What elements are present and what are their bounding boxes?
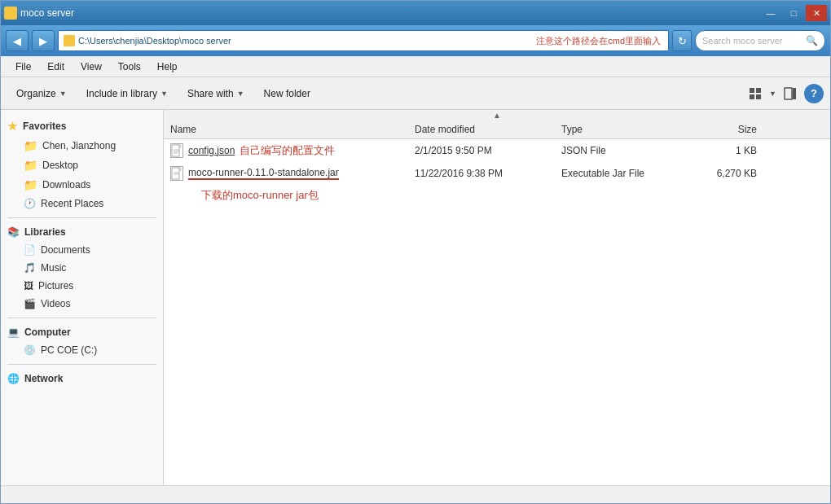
sidebar-item-downloads[interactable]: 📁 Downloads — [1, 175, 163, 195]
menu-file[interactable]: File — [7, 59, 39, 75]
sidebar-documents-label: Documents — [41, 244, 90, 256]
title-bar: moco server — □ ✕ — [1, 1, 830, 25]
menu-edit[interactable]: Edit — [39, 59, 73, 75]
sidebar-computer-header[interactable]: 💻 Computer — [1, 323, 163, 341]
address-annotation: 注意这个路径会在cmd里面输入 — [534, 34, 663, 48]
menu-help[interactable]: Help — [149, 59, 186, 75]
downloads-folder-icon: 📁 — [24, 178, 37, 191]
column-headers: Name Date modified Type Size — [164, 120, 830, 139]
sidebar-item-chen[interactable]: 📁 Chen, Jianzhong — [1, 136, 163, 156]
sidebar-item-videos[interactable]: 🎬 Videos — [1, 295, 163, 313]
main-area: ★ Favorites 📁 Chen, Jianzhong 📁 Desktop … — [1, 110, 830, 485]
file-size-cell: 6,270 KB — [692, 168, 757, 179]
file-size-cell: 1 KB — [692, 145, 757, 156]
sidebar-pictures-label: Pictures — [38, 280, 73, 291]
search-box[interactable]: Search moco server 🔍 — [695, 30, 825, 51]
organize-button[interactable]: Organize ▼ — [7, 81, 76, 106]
file-date-cell: 2/1/2015 9:50 PM — [415, 145, 561, 156]
computer-icon: 💻 — [7, 327, 20, 338]
share-label: Share with — [187, 88, 234, 99]
title-controls: — □ ✕ — [760, 5, 827, 21]
file-area: ▲ Name Date modified Type Size — [164, 110, 830, 485]
sidebar-divider-2 — [7, 318, 156, 318]
svg-rect-2 — [750, 94, 754, 99]
chen-folder-icon: 📁 — [24, 139, 37, 152]
include-label: Include in library — [86, 88, 157, 99]
svg-rect-3 — [756, 94, 761, 99]
sidebar-recent-label: Recent Places — [41, 198, 103, 209]
sidebar: ★ Favorites 📁 Chen, Jianzhong 📁 Desktop … — [1, 110, 164, 485]
menu-view[interactable]: View — [73, 59, 110, 75]
window-title: moco server — [20, 7, 74, 19]
column-name[interactable]: Name — [170, 124, 415, 135]
include-library-button[interactable]: Include in library ▼ — [77, 81, 177, 106]
sidebar-favorites-header[interactable]: ★ Favorites — [1, 116, 163, 136]
menu-tools[interactable]: Tools — [110, 59, 149, 75]
sidebar-item-music[interactable]: 🎵 Music — [1, 259, 163, 277]
sort-arrow: ▲ — [164, 110, 830, 120]
menu-bar: File Edit View Tools Help — [1, 56, 830, 77]
back-button[interactable]: ◀ — [6, 30, 29, 51]
svg-rect-0 — [750, 88, 754, 93]
share-with-button[interactable]: Share with ▼ — [178, 81, 253, 106]
sidebar-chen-label: Chen, Jianzhong — [42, 140, 116, 151]
address-field[interactable]: C:\Users\chenjia\Desktop\moco server 注意这… — [58, 30, 669, 51]
svg-rect-11 — [172, 168, 179, 179]
search-icon[interactable]: 🔍 — [806, 35, 818, 46]
sidebar-libraries-header[interactable]: 📚 Libraries — [1, 223, 163, 241]
music-icon: 🎵 — [24, 262, 36, 274]
sidebar-item-recent[interactable]: 🕐 Recent Places — [1, 195, 163, 213]
jar-annotation: 下载的moco-runner jar包 — [201, 186, 319, 204]
window-icon — [4, 7, 17, 20]
sidebar-music-label: Music — [41, 262, 66, 274]
table-row[interactable]: config.json 自己编写的配置文件 2/1/2015 9:50 PM J… — [164, 139, 830, 162]
include-chevron-icon: ▼ — [160, 90, 168, 98]
organize-label: Organize — [16, 88, 56, 99]
column-date[interactable]: Date modified — [415, 124, 561, 135]
c-drive-icon: 💿 — [24, 344, 36, 356]
new-folder-button[interactable]: New folder — [255, 81, 319, 106]
videos-icon: 🎬 — [24, 298, 36, 309]
desktop-folder-icon: 📁 — [24, 159, 37, 172]
libraries-icon: 📚 — [7, 226, 20, 238]
view-chevron-icon[interactable]: ▼ — [769, 90, 776, 98]
file-date-cell: 11/22/2016 9:38 PM — [415, 168, 561, 179]
file-name-cell: moco-runner-0.11.0-standalone.jar — [170, 166, 415, 181]
address-folder-icon — [64, 35, 75, 46]
minimize-button[interactable]: — — [760, 5, 781, 21]
maximize-button[interactable]: □ — [783, 5, 804, 21]
sidebar-item-documents[interactable]: 📄 Documents — [1, 241, 163, 259]
table-row[interactable]: moco-runner-0.11.0-standalone.jar 11/22/… — [164, 162, 830, 185]
network-label: Network — [24, 373, 63, 384]
forward-button[interactable]: ▶ — [32, 30, 55, 51]
sidebar-network-header[interactable]: 🌐 Network — [1, 370, 163, 388]
search-placeholder: Search moco server — [702, 36, 802, 46]
sidebar-item-c-drive[interactable]: 💿 PC COE (C:) — [1, 341, 163, 359]
view-options-button[interactable] — [745, 83, 766, 104]
explorer-window: moco server — □ ✕ ◀ ▶ C:\Users\chenjia\D… — [0, 0, 831, 504]
toolbar-right: ▼ ? — [745, 83, 824, 104]
network-icon: 🌐 — [7, 373, 20, 384]
close-button[interactable]: ✕ — [806, 5, 827, 21]
favorites-label: Favorites — [23, 121, 66, 132]
sidebar-downloads-label: Downloads — [42, 179, 90, 191]
column-type[interactable]: Type — [561, 124, 692, 135]
libraries-label: Libraries — [24, 226, 66, 238]
share-chevron-icon: ▼ — [237, 90, 244, 98]
sidebar-videos-label: Videos — [41, 298, 70, 309]
svg-rect-6 — [172, 145, 179, 156]
json-file-icon — [170, 143, 183, 158]
column-size[interactable]: Size — [692, 124, 757, 135]
sidebar-item-pictures[interactable]: 🖼 Pictures — [1, 277, 163, 295]
documents-icon: 📄 — [24, 244, 36, 256]
preview-pane-button[interactable] — [780, 83, 801, 104]
help-button[interactable]: ? — [804, 84, 824, 103]
address-bar: ◀ ▶ C:\Users\chenjia\Desktop\moco server… — [1, 25, 830, 56]
svg-rect-5 — [793, 88, 796, 99]
sort-arrow-icon: ▲ — [493, 111, 501, 120]
organize-chevron-icon: ▼ — [59, 90, 67, 98]
sidebar-item-desktop[interactable]: 📁 Desktop — [1, 156, 163, 175]
file-type-cell: Executable Jar File — [561, 168, 692, 179]
title-bar-left: moco server — [4, 7, 74, 20]
refresh-button[interactable]: ↻ — [672, 30, 692, 51]
